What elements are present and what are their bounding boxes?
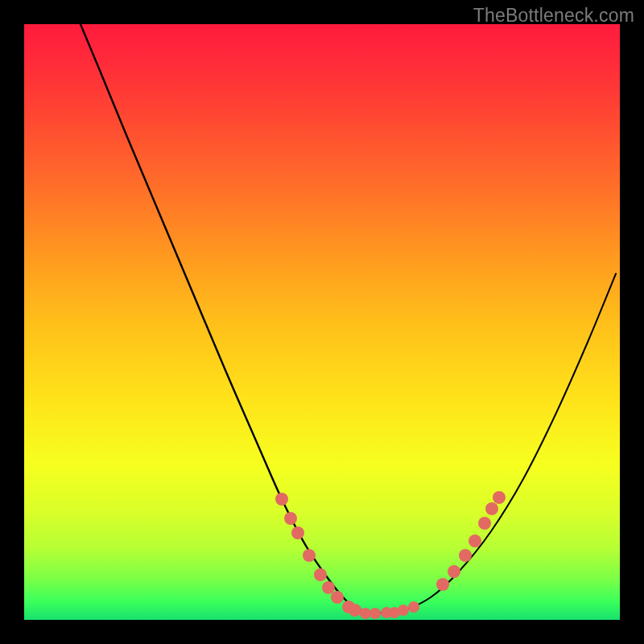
- data-dot: [349, 604, 361, 617]
- data-dot: [369, 608, 381, 619]
- data-dot: [485, 502, 498, 515]
- data-dot: [322, 581, 335, 594]
- data-dot: [360, 608, 371, 619]
- data-dot: [291, 526, 304, 539]
- dot-group-bottom: [360, 601, 419, 619]
- data-dot: [478, 517, 491, 530]
- chart-svg: [24, 24, 620, 620]
- data-dot: [448, 565, 460, 578]
- data-dot: [303, 549, 316, 562]
- data-dot: [284, 512, 297, 525]
- data-dot: [436, 578, 449, 591]
- left-curve: [80, 24, 370, 613]
- right-curve: [370, 274, 616, 613]
- data-dot: [314, 568, 327, 581]
- watermark-text: TheBottleneck.com: [473, 5, 634, 27]
- data-dot: [469, 535, 481, 547]
- data-dot: [331, 591, 344, 604]
- data-dot: [398, 605, 409, 616]
- dot-group-right: [436, 491, 506, 591]
- data-dot: [459, 549, 472, 562]
- data-dot: [408, 601, 419, 613]
- chart-area: [24, 24, 620, 620]
- data-dot: [493, 491, 506, 504]
- stage: TheBottleneck.com: [0, 0, 644, 644]
- data-dot: [275, 493, 288, 506]
